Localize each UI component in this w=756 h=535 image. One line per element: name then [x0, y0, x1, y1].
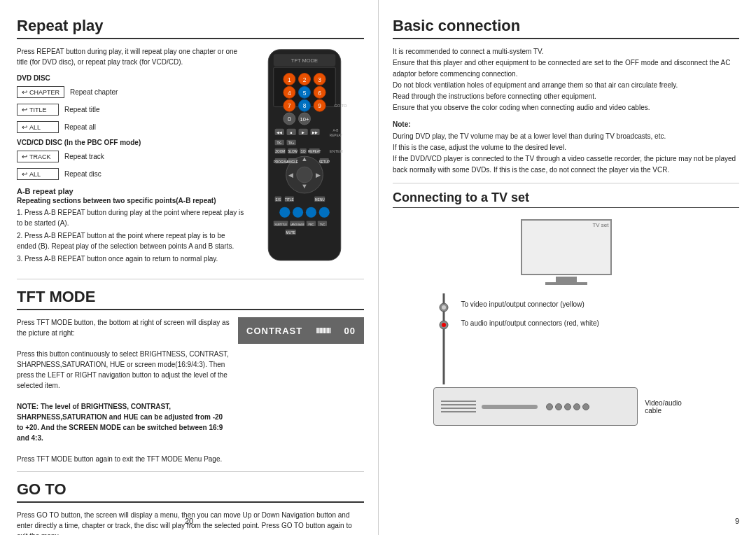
svg-point-51	[297, 167, 313, 183]
page-container: Repeat play Press REPEAT button during p…	[0, 0, 756, 535]
svg-text:10+: 10+	[300, 116, 309, 123]
chapter-label: Repeat chapter	[70, 88, 118, 96]
repeat-item-all-vcd: ↩ ALL Repeat disc	[17, 168, 245, 180]
svg-text:◀: ◀	[288, 171, 293, 179]
title-label: Repeat title	[64, 106, 100, 113]
svg-text:2: 2	[303, 76, 307, 83]
repeat-item-track: ↩ TRACK Repeat track	[17, 151, 245, 162]
chapter-badge: ↩ CHAPTER	[17, 86, 64, 98]
repeat-text-area: Press REPEAT button during play, it will…	[17, 46, 245, 272]
cable-svg	[433, 293, 454, 384]
track-label: Repeat track	[64, 153, 104, 160]
connecting-tv-title: Connecting to a TV set	[393, 190, 739, 208]
svg-text:TK-: TK-	[276, 141, 282, 145]
ab-title: A-B repeat play	[17, 187, 245, 195]
vcd-disc-label: VCD/CD DISC (In the PBC OFF mode)	[17, 139, 245, 146]
svg-text:8: 8	[303, 102, 307, 109]
svg-text:TVC: TVC	[320, 223, 326, 226]
tft-text1: Press TFT MODE button, the bottom at rig…	[17, 317, 230, 338]
all-vcd-icon: ↩	[22, 170, 27, 178]
ab-subtitle: Repeating sections between two specific …	[17, 197, 245, 204]
svg-text:3.D: 3.D	[300, 150, 306, 153]
all-dvd-badge: ↩ ALL	[17, 121, 59, 133]
contrast-label: CONTRAST	[246, 326, 302, 336]
svg-text:SUBTITLE: SUBTITLE	[274, 223, 287, 226]
ab-step-2: 2. Press A-B REPEAT button at the point …	[17, 230, 245, 251]
ab-step-3: 3. Press A-B REPEAT button once again to…	[17, 253, 245, 264]
connector-labels: To video input/output connector (yellow)…	[461, 293, 599, 327]
svg-point-86	[442, 323, 446, 327]
track-icon: ↩	[22, 153, 27, 160]
all-vcd-badge: ↩ ALL	[17, 168, 59, 180]
contrast-bars: IIIIIIIIII	[316, 326, 331, 335]
svg-text:4: 4	[288, 90, 291, 97]
svg-text:REPEAT: REPEAT	[330, 134, 343, 137]
title-icon: ↩	[22, 106, 27, 113]
tv-screen: TV set	[521, 219, 612, 275]
svg-text:SETUP: SETUP	[318, 160, 330, 164]
repeat-item-chapter: ↩ CHAPTER Repeat chapter	[17, 86, 245, 98]
svg-point-68	[279, 207, 290, 218]
goto-title: GO TO	[17, 480, 364, 503]
remote-svg: TFT MODE 1 2 3 4 5	[252, 46, 357, 270]
svg-text:TK+: TK+	[288, 141, 295, 145]
svg-text:A-B: A-B	[332, 129, 338, 132]
tft-text3: Press TFT MODE button again to exit the …	[17, 454, 230, 464]
svg-text:REPEAT: REPEAT	[308, 150, 321, 153]
svg-text:LANGUAGE: LANGUAGE	[290, 223, 304, 226]
tv-connection-diagram: TV set	[393, 219, 739, 426]
svg-text:0: 0	[288, 116, 291, 123]
svg-text:TFT MODE: TFT MODE	[291, 57, 318, 64]
svg-point-69	[293, 207, 303, 218]
svg-text:E/S: E/S	[276, 198, 281, 202]
ab-steps: 1. Press A-B REPEAT button during play a…	[17, 207, 245, 264]
svg-text:ANGLE: ANGLE	[287, 160, 298, 164]
video-connector-text: To video input/output connector (yellow)	[461, 300, 599, 308]
note-text: During DVD play, the TV volume may be at…	[393, 131, 739, 176]
left-page-num: 20	[185, 517, 193, 525]
right-column: Basic connection It is recommended to co…	[378, 0, 756, 535]
divider-goto	[17, 471, 364, 472]
tv-base	[545, 282, 587, 285]
repeat-intro: Press REPEAT button during play, it will…	[17, 46, 245, 67]
svg-text:SLOW: SLOW	[288, 150, 298, 153]
tv-set-label: TV set	[592, 222, 608, 228]
svg-text:▶: ▶	[316, 171, 321, 179]
right-page-num: 9	[735, 517, 739, 525]
left-column: Repeat play Press REPEAT button during p…	[0, 0, 378, 535]
chapter-icon: ↩	[22, 88, 27, 96]
svg-text:9: 9	[318, 102, 321, 109]
svg-text:PBC: PBC	[309, 223, 314, 226]
tft-text-note: NOTE: The level of BRIGHTNESS, CONTRAST,…	[17, 401, 230, 443]
svg-text:ZOOM: ZOOM	[275, 150, 285, 153]
tft-text: Press TFT MODE button, the bottom at rig…	[17, 317, 230, 464]
svg-text:▼: ▼	[301, 182, 307, 190]
tft-mode-title: TFT MODE	[17, 288, 364, 310]
bc-line-0: It is recommended to connect a multi-sys…	[393, 46, 739, 113]
repeat-play-title: Repeat play	[17, 17, 364, 39]
tft-mode-section: TFT MODE Press TFT MODE button, the bott…	[17, 288, 364, 464]
divider-tft	[17, 279, 364, 279]
repeat-play-area: Press REPEAT button during play, it will…	[17, 46, 364, 272]
svg-text:5: 5	[303, 90, 307, 97]
svg-text:ENTER: ENTER	[330, 149, 343, 153]
basic-connection-title: Basic connection	[393, 17, 739, 39]
svg-text:MENU: MENU	[315, 198, 325, 202]
dvd-disc-label: DVD DISC	[17, 74, 245, 82]
track-badge: ↩ TRACK	[17, 151, 59, 162]
svg-text:PROGAM: PROGAM	[274, 160, 288, 164]
all-dvd-label: Repeat all	[64, 123, 96, 131]
svg-text:6: 6	[318, 90, 321, 97]
svg-text:MUTE: MUTE	[286, 231, 295, 235]
svg-text:3: 3	[318, 76, 321, 83]
repeat-item-title: ↩ TITLE Repeat title	[17, 104, 245, 116]
goto-section: GO TO Press GO TO button, the screen wil…	[17, 480, 364, 535]
svg-text:7: 7	[288, 102, 291, 109]
divider-tv	[393, 183, 739, 183]
svg-text:1: 1	[288, 76, 291, 83]
svg-text:■: ■	[290, 131, 293, 134]
note-label: Note:	[393, 120, 739, 128]
svg-point-71	[319, 207, 330, 218]
tft-content-area: Press TFT MODE button, the bottom at rig…	[17, 317, 364, 464]
repeat-item-all-dvd: ↩ ALL Repeat all	[17, 121, 245, 133]
